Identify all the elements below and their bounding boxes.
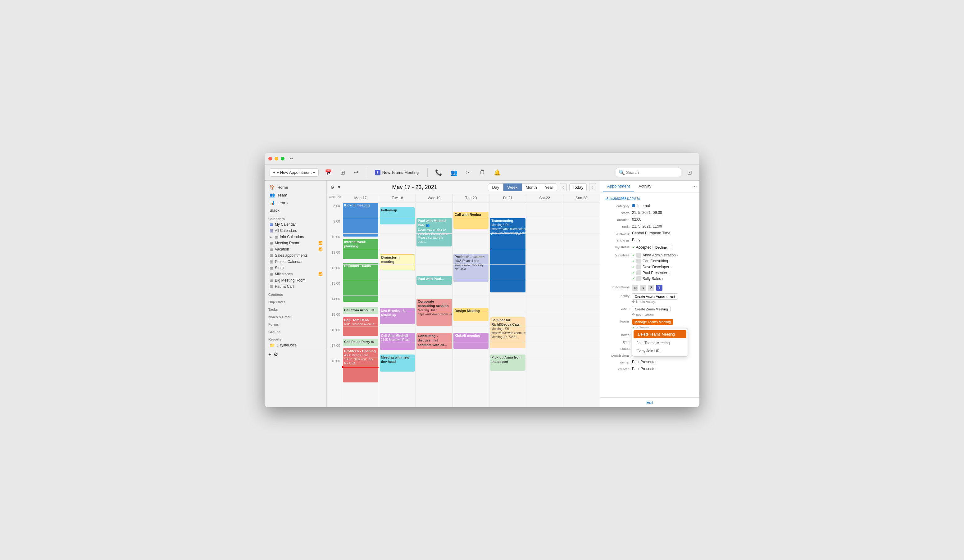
event-profitech-opening[interactable]: Profitech - Opening 4668 Deans Lane 1001… bbox=[343, 348, 378, 382]
big-meeting-label: Big Meeting Room bbox=[275, 278, 306, 282]
phone-icon[interactable]: 📞 bbox=[433, 168, 445, 178]
layout-toggle-icon[interactable]: ⊡ bbox=[685, 168, 694, 178]
sidebar-item-team[interactable]: 👥 Team bbox=[266, 191, 325, 199]
bell-icon[interactable]: 🔔 bbox=[491, 168, 503, 178]
starts-row: starts 21. 5. 2021, 09:00 bbox=[605, 211, 695, 215]
event-consulting[interactable]: Consulting - discuss first estimate with… bbox=[417, 333, 452, 349]
event-paul-michael[interactable]: Paul with Michael Pate 👥 Zoom was unable… bbox=[417, 218, 452, 247]
search-input[interactable] bbox=[626, 170, 678, 175]
create-zoom-button[interactable]: Create Zoom Meeting bbox=[632, 306, 671, 312]
prev-button[interactable]: ‹ bbox=[560, 183, 567, 191]
event-internal[interactable]: Internal week planning bbox=[343, 239, 378, 259]
invitee-arrow: › bbox=[662, 277, 663, 281]
event-kickoff[interactable]: Kickoff meeting bbox=[343, 202, 378, 237]
close-button[interactable] bbox=[268, 157, 272, 161]
event-call-regina[interactable]: Call with Regina bbox=[453, 212, 489, 229]
event-design-meeting[interactable]: Design Meeting bbox=[453, 308, 489, 321]
sidebar-item-home[interactable]: 🏠 Home bbox=[266, 183, 325, 191]
event-call-arno[interactable]: Call from Arno... ✉ bbox=[343, 307, 378, 314]
event-followup[interactable]: Follow-up bbox=[380, 207, 415, 224]
event-corporate[interactable]: Corporate consulting session Meeting URL… bbox=[417, 299, 452, 326]
clock-icon[interactable]: ⏱ bbox=[477, 168, 488, 177]
sidebar-item-learn[interactable]: 📊 Learn bbox=[266, 199, 325, 206]
sidebar-item-milestones[interactable]: ▦ Milestones 📶 bbox=[265, 271, 326, 277]
event-call-tom[interactable]: Call: Tom Hens 6045 Slauson Avenue... bbox=[343, 317, 378, 336]
new-teams-meeting-button[interactable]: T New Teams Meeting bbox=[371, 168, 423, 177]
join-teams-item[interactable]: Join Teams Meeting bbox=[632, 339, 687, 347]
event-meeting-dev[interactable]: Meeting with new dev head bbox=[380, 354, 415, 372]
settings-icon[interactable]: ⚙ bbox=[274, 351, 278, 357]
sidebar-item-slack[interactable]: Slack bbox=[266, 207, 325, 214]
grid-view-button[interactable]: ⊞ bbox=[338, 168, 347, 178]
invitee-sally[interactable]: ✓ Sally Sales › bbox=[632, 276, 695, 281]
invitee-anna[interactable]: ✓ Anna Administration › bbox=[632, 253, 695, 258]
invitee-dave[interactable]: ✓ Dave Developer › bbox=[632, 265, 695, 269]
share-icon[interactable]: 👥 bbox=[448, 168, 460, 178]
no-icon: ⊘ bbox=[632, 300, 635, 304]
sidebar-item-studio[interactable]: ▦ Studio bbox=[265, 265, 326, 271]
calendar-view-button[interactable]: 📅 bbox=[322, 168, 334, 178]
month-view-btn[interactable]: Month bbox=[522, 183, 541, 191]
duration-row: duration 02:00 bbox=[605, 217, 695, 222]
filter-icon[interactable]: ▼ bbox=[337, 185, 341, 190]
edit-button[interactable]: Edit bbox=[600, 397, 699, 407]
groups-section: Groups bbox=[265, 328, 326, 334]
sidebar-item-vacation[interactable]: ▦ Vacation 📶 bbox=[265, 246, 326, 252]
event-call-ana[interactable]: Call Ana Mitchell 2195 Bicetown Road... bbox=[380, 333, 415, 350]
event-pickup[interactable]: Pick up Anna from the airport bbox=[490, 354, 526, 371]
sidebar-item-daylitedocs[interactable]: 📁 DayliteDocs bbox=[265, 342, 326, 349]
invitee-icon bbox=[636, 253, 641, 258]
scissor-icon[interactable]: ✂ bbox=[464, 168, 473, 178]
invitee-paul[interactable]: ✓ Paul Presenter › bbox=[632, 270, 695, 275]
invitee-name: Anna Administration bbox=[643, 253, 676, 257]
next-button[interactable]: › bbox=[589, 183, 596, 191]
zoom-not-text: not in zoom bbox=[636, 313, 654, 317]
sidebar-toggle-icon[interactable]: ▪▪ bbox=[290, 156, 293, 161]
sidebar-item-sales[interactable]: ▦ Sales appointments bbox=[265, 252, 326, 258]
event-brainstorm[interactable]: Brainstorm meeting bbox=[380, 254, 415, 270]
event-profitech-sales[interactable]: Profitech - Sales bbox=[343, 263, 378, 302]
event-profitech-launch[interactable]: Profitech - Launch 4668 Deans Lane 10011… bbox=[453, 254, 489, 282]
day-col-sat bbox=[526, 202, 563, 407]
day-view-btn[interactable]: Day bbox=[488, 183, 503, 191]
studio-label: Studio bbox=[275, 266, 285, 270]
week-view-btn[interactable]: Week bbox=[503, 183, 522, 191]
sidebar-item-meeting-room[interactable]: ▦ Meeting Room 📶 bbox=[265, 240, 326, 246]
sidebar-item-paul-carl[interactable]: ▦ Paul & Carl bbox=[265, 283, 326, 290]
appointment-tab[interactable]: Appointment bbox=[603, 181, 634, 192]
event-link[interactable]: a6efd8b83958%22%7d bbox=[605, 197, 640, 201]
search-box[interactable]: 🔍 bbox=[616, 168, 681, 177]
toolbar: + + New Appointment ▾ 📅 ⊞ ↩ T New Teams … bbox=[265, 164, 699, 181]
event-seminar[interactable]: Seminar for Rich&Becca Cats Meeting-URL:… bbox=[490, 317, 526, 348]
sidebar-item-info-calendars[interactable]: ▶ ▦ Info Calendars bbox=[265, 234, 326, 240]
sidebar-item-my-calendar[interactable]: ▦ My Calendar bbox=[265, 221, 326, 227]
sidebar-item-project[interactable]: ▦ Project Calendar bbox=[265, 258, 326, 265]
event-teammeeting[interactable]: Teammeeting Meeting URL: https://teams.m… bbox=[490, 218, 526, 292]
manage-teams-button[interactable]: Manage Teams Meeting bbox=[632, 319, 673, 325]
sidebar-item-big-meeting[interactable]: ▦ Big Meeting Room bbox=[265, 277, 326, 283]
decline-button[interactable]: Decline... bbox=[653, 245, 673, 250]
minimize-button[interactable] bbox=[275, 157, 278, 161]
create-acuity-button[interactable]: Create Acuity Appointment bbox=[632, 293, 678, 300]
event-kickoff2[interactable]: Kickoff meeting bbox=[453, 333, 489, 349]
event-mrs-brooks[interactable]: Mrs Brooks - 3. follow up bbox=[380, 308, 415, 324]
back-button[interactable]: ↩ bbox=[351, 168, 361, 178]
event-paul-paul[interactable]: Paul with Paul... bbox=[417, 276, 452, 285]
year-view-btn[interactable]: Year bbox=[541, 183, 557, 191]
delete-teams-item[interactable]: Delete Teams Meeting bbox=[633, 330, 686, 338]
activity-tab[interactable]: Activity bbox=[634, 181, 656, 192]
calendar-header: ⚙ ▼ May 17 - 23, 2021 Day Week Month Yea… bbox=[327, 181, 600, 194]
event-call-paula[interactable]: Call Paula Perry ✉ bbox=[343, 339, 378, 346]
sidebar-item-all-calendars[interactable]: ▦ All Calendars bbox=[265, 227, 326, 234]
dropdown-arrow-icon: ▾ bbox=[313, 170, 315, 175]
gear-icon[interactable]: ⚙ bbox=[331, 185, 334, 190]
new-appointment-button[interactable]: + + New Appointment ▾ bbox=[270, 168, 319, 177]
invitee-carl[interactable]: ✓ Carl Consulting › bbox=[632, 258, 695, 263]
status-text: Accepted bbox=[636, 245, 651, 250]
more-options-button[interactable]: ··· bbox=[692, 183, 697, 190]
sales-label: Sales appointments bbox=[275, 253, 308, 258]
add-button[interactable]: + bbox=[268, 351, 271, 357]
copy-url-item[interactable]: Copy Join URL bbox=[632, 347, 687, 355]
maximize-button[interactable] bbox=[281, 157, 285, 161]
today-button[interactable]: Today bbox=[569, 183, 587, 191]
